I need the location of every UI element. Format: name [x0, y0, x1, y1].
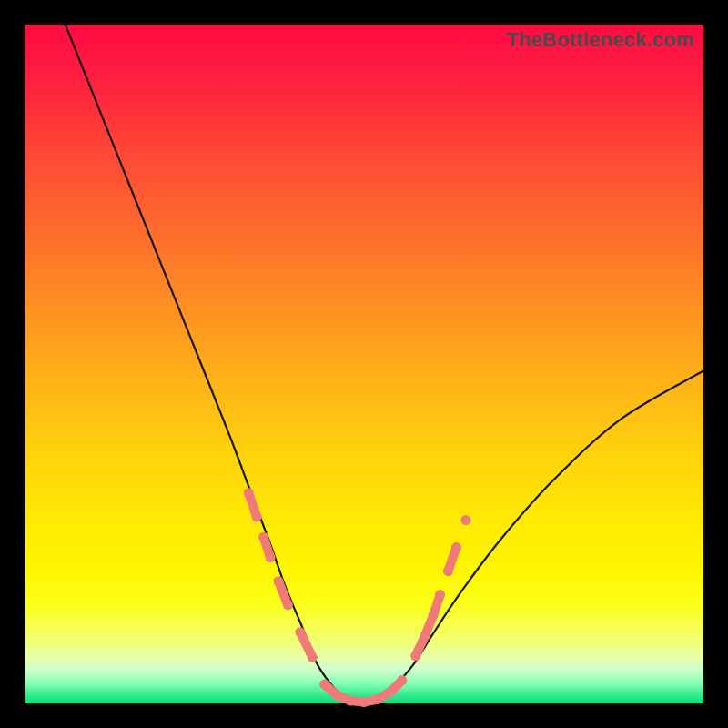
marker-dot	[283, 600, 293, 610]
markers-bottom	[319, 675, 407, 707]
bottleneck-curve	[66, 25, 703, 704]
marker-dot	[346, 696, 356, 706]
plot-area: TheBottleneck.com	[25, 25, 703, 703]
markers-right	[410, 515, 470, 661]
marker-dot	[274, 576, 284, 586]
marker-dot	[332, 691, 342, 701]
marker-dot	[435, 590, 445, 600]
marker-dot	[319, 680, 329, 690]
marker-dot	[266, 552, 276, 562]
marker-dot	[372, 694, 382, 704]
marker-dot	[252, 511, 262, 521]
marker-dot	[386, 686, 396, 696]
marker-dot	[429, 611, 439, 621]
chart-frame: TheBottleneck.com	[0, 0, 728, 728]
marker-dot	[420, 631, 430, 641]
marker-dot	[258, 532, 268, 542]
chart-svg	[25, 25, 703, 703]
marker-dot	[443, 566, 453, 576]
marker-dot	[410, 651, 420, 661]
marker-dot	[460, 515, 470, 525]
marker-dot	[244, 488, 254, 498]
marker-dot	[308, 652, 318, 662]
marker-dot	[451, 542, 461, 552]
marker-dot	[359, 697, 369, 707]
marker-dot	[397, 675, 407, 685]
marker-dot	[295, 627, 305, 637]
